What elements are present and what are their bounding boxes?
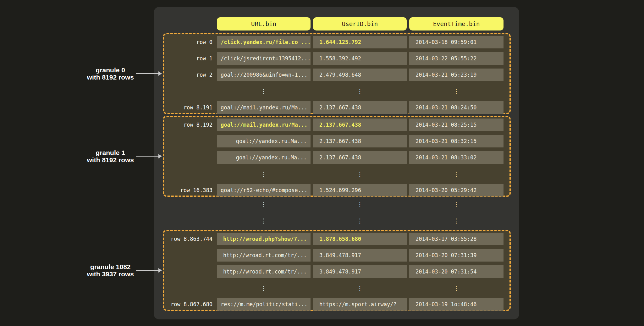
table-row: row 8.867.680res://m.me/politic/stati...… — [164, 298, 509, 311]
arrow-shaft — [136, 73, 158, 74]
arrow-head — [158, 71, 162, 76]
cell-eventtime-bin: 2014-03-21 08:33:02 — [409, 151, 504, 164]
row-label — [164, 265, 217, 278]
vertical-ellipsis: ⋮ — [409, 214, 504, 227]
cell-userid-bin: 2.479.498.648 — [313, 69, 407, 81]
vertical-ellipsis: ⋮ — [313, 282, 407, 294]
vertical-ellipsis: ⋮ — [409, 85, 504, 97]
annotation-line1: granule 1082 — [90, 263, 130, 270]
ellipsis-row: ⋮⋮⋮ — [164, 168, 509, 180]
table-row: row 8.192goal://mail.yandex.ru/Ma...2.13… — [164, 119, 509, 131]
cell-url-bin: goal://mail.yandex.ru/Ma... — [217, 119, 311, 131]
table-row: row 1/click/jsredircnt=1395412...1.558.3… — [164, 52, 509, 65]
cell-userid-bin: 2.137.667.438 — [313, 101, 407, 114]
cell-url-bin: http://wroad.php?show/7... — [217, 233, 311, 245]
table-row: row 8.863.744http://wroad.php?show/7...1… — [164, 233, 509, 245]
cell-url-bin: goal://200986&uinfo=wn-1... — [217, 69, 311, 81]
granule-box-0: row 0/click.yandex.ru/file.co ...1.644.1… — [163, 33, 511, 114]
vertical-ellipsis: ⋮ — [217, 214, 311, 227]
cell-eventtime-bin: 2014-03-21 05:23:19 — [409, 69, 504, 81]
vertical-ellipsis: ⋮ — [217, 198, 311, 211]
column-header-url-bin: URL.bin — [217, 17, 311, 30]
vertical-ellipsis: ⋮ — [409, 282, 504, 294]
row-label — [164, 282, 217, 294]
row-label — [164, 249, 217, 262]
annotation-arrow-icon — [136, 71, 162, 76]
arrow-head — [158, 154, 162, 158]
cell-userid-bin: 3.849.478.917 — [313, 265, 407, 278]
row-label: row 1 — [164, 52, 217, 65]
annotation-line1: granule 1 — [96, 149, 125, 156]
vertical-ellipsis: ⋮ — [313, 85, 407, 97]
granule-annotation-0: granule 0with 8192 rows — [87, 66, 134, 81]
annotation-line2: with 8192 rows — [87, 156, 134, 163]
column-header-eventtime-bin: EventTime.bin — [409, 17, 504, 30]
cell-eventtime-bin: 2014-03-21 08:24:50 — [409, 101, 504, 114]
cell-eventtime-bin: 2014-03-20 05:29:42 — [409, 184, 504, 196]
table-row: http://wroad.rt.com/tr/...3.849.478.9172… — [164, 265, 509, 278]
vertical-ellipsis: ⋮ — [217, 85, 311, 97]
between-granules-ellipsis-row: ⋮⋮⋮ — [217, 214, 504, 227]
column-header-userid-bin: UserID.bin — [313, 17, 407, 30]
table-row: goal://yandex.ru.Ma...2.137.667.4382014-… — [164, 151, 509, 164]
cell-eventtime-bin: 2014-03-17 03:55:28 — [409, 233, 504, 245]
between-granules-ellipsis-row: ⋮⋮⋮ — [217, 198, 504, 211]
cell-eventtime-bin: 2014-03-21 08:32:15 — [409, 135, 504, 147]
row-label — [164, 151, 217, 164]
cell-url-bin: http://wroad.rt.com/tr/... — [217, 249, 311, 262]
row-label — [164, 135, 217, 147]
ellipsis-row: ⋮⋮⋮ — [164, 85, 509, 97]
row-label — [164, 85, 217, 97]
arrow-head — [158, 268, 162, 273]
cell-url-bin: http://wroad.rt.com/tr/... — [217, 265, 311, 278]
table-row: goal://yandex.ru.Ma...2.137.667.4382014-… — [164, 135, 509, 147]
cell-userid-bin: 2.137.667.438 — [313, 135, 407, 147]
cell-url-bin: goal://r52-echo/#compose... — [217, 184, 311, 196]
granules-diagram: { "colors": { "page_bg": "#1e1e1a", "pan… — [0, 0, 644, 326]
vertical-ellipsis: ⋮ — [313, 168, 407, 180]
cell-eventtime-bin: 2014-03-18 09:59:01 — [409, 36, 504, 48]
table-row: row 8.191goal://mail.yandex.ru/Ma...2.13… — [164, 101, 509, 114]
arrow-shaft — [136, 156, 158, 157]
cell-userid-bin: 1.644.125.792 — [313, 36, 407, 48]
cell-eventtime-bin: 2014-03-21 08:25:15 — [409, 119, 504, 131]
vertical-ellipsis: ⋮ — [217, 282, 311, 294]
row-label: row 8.192 — [164, 119, 217, 131]
row-label — [164, 168, 217, 180]
cell-url-bin: /click.yandex.ru/file.co ... — [217, 36, 311, 48]
granule-annotation-2: granule 1082with 3937 rows — [87, 263, 134, 278]
vertical-ellipsis: ⋮ — [313, 198, 407, 211]
cell-url-bin: /click/jsredircnt=1395412... — [217, 52, 311, 65]
cell-userid-bin: https://m.sport.airway/? — [313, 298, 407, 311]
table-row: row 16.383goal://r52-echo/#compose...1.5… — [164, 184, 509, 196]
vertical-ellipsis: ⋮ — [313, 214, 407, 227]
cell-eventtime-bin: 2014-03-19 1o:48:46 — [409, 298, 504, 311]
cell-url-bin: goal://yandex.ru.Ma... — [217, 135, 311, 147]
cell-eventtime-bin: 2014-03-20 07:31:39 — [409, 249, 504, 262]
annotation-arrow-icon — [136, 268, 162, 273]
arrow-shaft — [136, 270, 158, 271]
vertical-ellipsis: ⋮ — [409, 198, 504, 211]
annotation-line1: granule 0 — [96, 66, 125, 74]
vertical-ellipsis: ⋮ — [217, 168, 311, 180]
row-label: row 8.863.744 — [164, 233, 217, 245]
granule-annotation-1: granule 1with 8192 rows — [87, 149, 134, 163]
cell-url-bin: goal://mail.yandex.ru/Ma... — [217, 101, 311, 114]
granule-box-2: row 8.863.744http://wroad.php?show/7...1… — [163, 230, 511, 311]
annotation-line2: with 8192 rows — [87, 74, 134, 81]
granule-box-1: row 8.192goal://mail.yandex.ru/Ma...2.13… — [163, 116, 511, 197]
cell-userid-bin: 1.524.699.296 — [313, 184, 407, 196]
ellipsis-row: ⋮⋮⋮ — [164, 282, 509, 294]
table-panel: URL.binUserID.binEventTime.binrow 0/clic… — [154, 7, 519, 319]
annotation-arrow-icon — [136, 154, 162, 158]
cell-url-bin: goal://yandex.ru.Ma... — [217, 151, 311, 164]
cell-eventtime-bin: 2014-03-22 05:55:22 — [409, 52, 504, 65]
annotation-line2: with 3937 rows — [87, 270, 134, 278]
cell-userid-bin: 3.849.478.917 — [313, 249, 407, 262]
table-row: http://wroad.rt.com/tr/...3.849.478.9172… — [164, 249, 509, 262]
table-row: row 2goal://200986&uinfo=wn-1...2.479.49… — [164, 69, 509, 81]
row-label: row 0 — [164, 36, 217, 48]
cell-userid-bin: 2.137.667.438 — [313, 119, 407, 131]
row-label: row 8.191 — [164, 101, 217, 114]
cell-userid-bin: 2.137.667.438 — [313, 151, 407, 164]
